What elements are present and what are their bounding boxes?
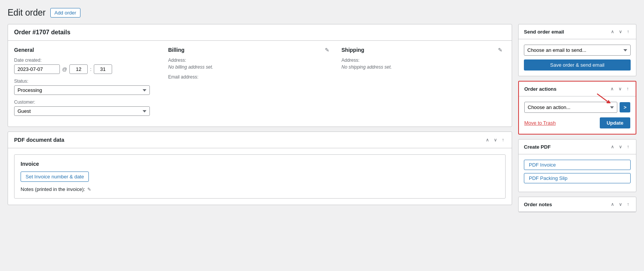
order-details-grid: General Date created: @ : — [14, 47, 506, 120]
action-row-footer: Move to Trash Update — [524, 117, 630, 128]
order-actions-down-icon[interactable]: ∨ — [617, 85, 623, 92]
pdf-document-title: PDF document data — [14, 137, 64, 143]
pdf-invoice-button[interactable]: PDF Invoice — [524, 160, 631, 170]
general-section: General Date created: @ : — [14, 47, 159, 120]
billing-email-group: Email address: — [168, 74, 323, 80]
create-pdf-panel: Create PDF ∧ ∨ ↑ PDF Invoice PDF Packing… — [518, 139, 636, 192]
create-pdf-body: PDF Invoice PDF Packing Slip — [519, 154, 636, 192]
status-select[interactable]: Processing — [14, 85, 150, 95]
order-actions-panel: Order actions ∧ ∨ ↑ — [518, 81, 636, 135]
save-email-button[interactable]: Save order & send email — [524, 59, 631, 71]
shipping-address-value: No shipping address set. — [342, 64, 497, 70]
general-section-title: General — [14, 47, 150, 53]
billing-address-label: Address: — [168, 58, 323, 63]
customer-select[interactable]: Guest — [14, 106, 150, 116]
pdf-packing-slip-button[interactable]: PDF Packing Slip — [524, 173, 631, 183]
invoice-title: Invoice — [21, 161, 499, 167]
order-notes-up-icon[interactable]: ∧ — [609, 201, 616, 208]
action-select-row: Choose an action... > — [524, 102, 630, 113]
pdf-collapse-up-icon[interactable]: ∧ — [484, 136, 491, 143]
send-email-expand-icon[interactable]: ↑ — [625, 28, 631, 35]
order-actions-body: Choose an action... > Move to Trash Upda… — [519, 96, 636, 134]
date-input[interactable] — [14, 64, 60, 74]
pdf-document-body: Invoice Set Invoice number & date Notes … — [8, 148, 512, 205]
shipping-section: ✎ Shipping Address: No shipping address … — [332, 47, 506, 120]
shipping-address-label: Address: — [342, 58, 497, 63]
hour-input[interactable] — [69, 64, 88, 74]
minute-input[interactable] — [94, 64, 112, 74]
create-pdf-up-icon[interactable]: ∧ — [609, 143, 616, 150]
order-notes-collapse-icons: ∧ ∨ ↑ — [609, 201, 631, 208]
invoice-box: Invoice Set Invoice number & date Notes … — [14, 154, 506, 199]
shipping-section-title: Shipping — [342, 47, 497, 53]
red-arrow-indicator — [595, 92, 610, 103]
pdf-document-header: PDF document data ∧ ∨ ↑ — [8, 132, 512, 148]
notes-row: Notes (printed in the invoice): ✎ — [21, 186, 499, 192]
order-actions-collapse-icons: ∧ ∨ ↑ — [609, 85, 630, 92]
billing-address-value: No billing address set. — [168, 64, 323, 70]
create-pdf-collapse-icons: ∧ ∨ ↑ — [609, 143, 631, 150]
create-pdf-down-icon[interactable]: ∨ — [617, 143, 624, 150]
action-go-button[interactable]: > — [620, 102, 630, 112]
colon-symbol: : — [90, 66, 92, 72]
email-select[interactable]: Choose an email to send... — [524, 45, 631, 56]
page-header: Edit order Add order — [8, 8, 636, 18]
order-notes-expand-icon[interactable]: ↑ — [625, 201, 631, 208]
billing-section: ✎ Billing Address: No billing address se… — [159, 47, 332, 120]
order-actions-title: Order actions — [524, 86, 557, 92]
create-pdf-title: Create PDF — [524, 144, 551, 150]
status-field-group: Status: Processing — [14, 79, 150, 95]
order-details-title: Order #1707 details — [14, 29, 506, 36]
page-title: Edit order — [8, 8, 46, 18]
order-details-card: Order #1707 details General Date created… — [8, 24, 512, 127]
create-pdf-expand-icon[interactable]: ↑ — [625, 143, 631, 150]
pdf-collapse-down-icon[interactable]: ∨ — [492, 136, 499, 143]
move-to-trash-button[interactable]: Move to Trash — [524, 120, 556, 126]
order-notes-header: Order notes ∧ ∨ ↑ — [519, 197, 636, 212]
billing-email-label: Email address: — [168, 74, 323, 80]
order-details-header: Order #1707 details — [8, 24, 512, 41]
order-notes-title: Order notes — [524, 202, 552, 207]
pdf-collapse-icons: ∧ ∨ ↑ — [484, 136, 506, 143]
send-email-header: Send order email ∧ ∨ ↑ — [519, 24, 636, 39]
send-email-title: Send order email — [524, 29, 564, 35]
action-select[interactable]: Choose an action... — [524, 102, 617, 113]
send-email-body: Choose an email to send... Save order & … — [519, 39, 636, 76]
update-button[interactable]: Update — [600, 117, 630, 128]
svg-line-1 — [597, 94, 607, 101]
shipping-address-group: Address: No shipping address set. — [342, 58, 497, 70]
order-actions-expand-icon[interactable]: ↑ — [625, 85, 630, 92]
send-email-up-icon[interactable]: ∧ — [609, 28, 616, 35]
notes-label: Notes (printed in the invoice): — [21, 186, 85, 192]
pdf-expand-icon[interactable]: ↑ — [500, 136, 506, 143]
main-content: Order #1707 details General Date created… — [8, 24, 512, 205]
order-notes-panel: Order notes ∧ ∨ ↑ — [518, 197, 636, 212]
send-email-down-icon[interactable]: ∨ — [617, 28, 624, 35]
order-details-body: General Date created: @ : — [8, 41, 512, 127]
status-label: Status: — [14, 79, 150, 84]
set-invoice-button[interactable]: Set Invoice number & date — [21, 172, 89, 182]
order-actions-up-icon[interactable]: ∧ — [609, 85, 615, 92]
order-actions-header: Order actions ∧ ∨ ↑ — [519, 82, 636, 96]
billing-address-group: Address: No billing address set. — [168, 58, 323, 70]
at-symbol: @ — [62, 66, 67, 72]
billing-section-title: Billing — [168, 47, 323, 53]
date-row: @ : — [14, 64, 150, 74]
customer-field-group: Customer: Guest — [14, 99, 150, 116]
notes-edit-icon[interactable]: ✎ — [87, 187, 91, 192]
send-email-collapse-icons: ∧ ∨ ↑ — [609, 28, 631, 35]
add-order-button[interactable]: Add order — [50, 8, 80, 18]
customer-label: Customer: — [14, 99, 150, 105]
pdf-document-card: PDF document data ∧ ∨ ↑ Invoice Set Invo… — [8, 131, 512, 205]
billing-edit-icon[interactable]: ✎ — [325, 47, 329, 53]
sidebar: Send order email ∧ ∨ ↑ Choose an email t… — [518, 24, 636, 212]
date-field-group: Date created: @ : — [14, 58, 150, 74]
order-notes-down-icon[interactable]: ∨ — [617, 201, 624, 208]
create-pdf-header: Create PDF ∧ ∨ ↑ — [519, 140, 636, 154]
date-label: Date created: — [14, 58, 150, 63]
shipping-edit-icon[interactable]: ✎ — [498, 47, 503, 53]
send-order-email-panel: Send order email ∧ ∨ ↑ Choose an email t… — [518, 24, 636, 76]
